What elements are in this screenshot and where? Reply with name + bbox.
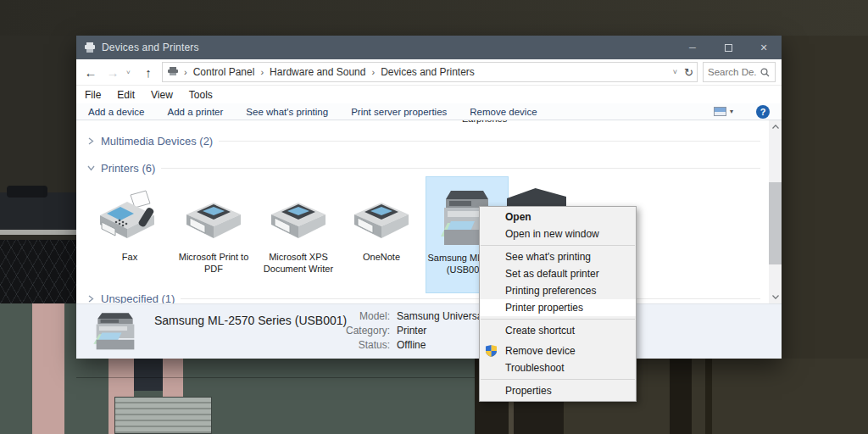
change-view-button[interactable]: ▾ xyxy=(714,107,733,116)
chevron-down-icon xyxy=(86,165,95,171)
printer-tiles: Fax Microsoft Print to PDF xyxy=(76,176,782,293)
section-printers[interactable]: Printers (6) xyxy=(86,162,760,175)
section-rule xyxy=(181,298,760,299)
context-menu-remove-device[interactable]: Remove device xyxy=(480,342,636,359)
add-a-device-button[interactable]: Add a device xyxy=(88,107,145,117)
menu-view[interactable]: View xyxy=(151,89,173,101)
context-menu-properties[interactable]: Properties xyxy=(480,382,636,399)
search-box[interactable] xyxy=(703,62,776,82)
scroll-down-icon[interactable] xyxy=(769,291,782,303)
menu-tools[interactable]: Tools xyxy=(189,89,213,101)
command-bar: Add a device Add a printer See what's pr… xyxy=(76,103,782,120)
tile-label: Fax xyxy=(122,251,137,263)
tile-label: Microsoft Print to PDF xyxy=(172,251,255,275)
context-menu-see-whats-printing[interactable]: See what's printing xyxy=(480,248,636,265)
wallpaper-post xyxy=(705,359,712,434)
section-label: Printers (6) xyxy=(101,162,155,175)
breadcrumb-separator: › xyxy=(182,67,189,77)
search-input[interactable] xyxy=(708,67,757,77)
remove-device-label: Remove device xyxy=(505,345,576,357)
scroll-up-icon[interactable] xyxy=(769,120,782,133)
breadcrumb-separator: › xyxy=(259,67,265,77)
window-title: Devices and Printers xyxy=(102,42,675,53)
status-label: Status: xyxy=(331,338,397,353)
recent-pages-dropdown[interactable]: ˅ xyxy=(126,69,135,76)
maximize-button[interactable] xyxy=(710,36,746,59)
details-pane: Samsung ML-2570 Series (USB001) Model: S… xyxy=(76,303,782,359)
model-label: Model: xyxy=(331,309,397,324)
printer-tile-xps-writer[interactable]: Microsoft XPS Document Writer xyxy=(257,176,340,293)
wallpaper-roller-door xyxy=(114,397,212,434)
print-server-properties-button[interactable]: Print server properties xyxy=(351,107,447,117)
view-mode-icon xyxy=(714,107,726,116)
address-bar[interactable]: › Control Panel › Hardware and Sound › D… xyxy=(162,62,698,82)
minimize-button[interactable]: ─ xyxy=(675,36,710,59)
menu-separator xyxy=(481,379,635,380)
scrollbar-thumb[interactable] xyxy=(769,182,782,264)
samsung-printer-icon xyxy=(92,310,141,359)
navigation-bar: ← → ˅ ↑ › Control Panel › Hardware and S… xyxy=(76,59,782,86)
printer-context-menu: Open Open in new window See what's print… xyxy=(479,206,637,402)
printer-icon xyxy=(178,181,249,251)
context-menu-troubleshoot[interactable]: Troubleshoot xyxy=(480,359,636,376)
breadcrumb-devices-and-printers[interactable]: Devices and Printers xyxy=(381,66,475,78)
chevron-right-icon xyxy=(86,295,95,303)
desktop: Devices and Printers ─ ✕ ← → ˅ ↑ › Contr… xyxy=(0,0,868,434)
maximize-icon xyxy=(725,44,732,52)
device-list-area: Earphones Multimedia Devices (2) Printer… xyxy=(76,120,782,303)
context-menu-open[interactable]: Open xyxy=(480,209,636,225)
address-dropdown-icon[interactable]: ˅ xyxy=(673,68,677,76)
back-button[interactable]: ← xyxy=(82,65,99,80)
menu-file[interactable]: File xyxy=(85,89,101,101)
devices-and-printers-window: Devices and Printers ─ ✕ ← → ˅ ↑ › Contr… xyxy=(76,36,782,359)
printer-tile-fax[interactable]: Fax xyxy=(88,176,171,293)
breadcrumb-hardware-and-sound[interactable]: Hardware and Sound xyxy=(270,66,365,78)
fax-icon xyxy=(93,181,166,251)
context-menu-create-shortcut[interactable]: Create shortcut xyxy=(480,322,636,339)
section-rule xyxy=(161,168,760,169)
add-a-printer-button[interactable]: Add a printer xyxy=(168,107,224,117)
category-label: Category: xyxy=(331,324,397,338)
printer-icon xyxy=(263,181,334,251)
wallpaper-dark-panel xyxy=(134,359,163,391)
breadcrumb-control-panel[interactable]: Control Panel xyxy=(193,66,255,78)
category-value: Printer xyxy=(397,324,426,338)
refresh-icon[interactable]: ↻ xyxy=(684,66,693,79)
menu-edit[interactable]: Edit xyxy=(117,89,135,101)
tile-label: OneNote xyxy=(363,251,400,263)
section-label: Multimedia Devices (2) xyxy=(101,135,213,147)
clipped-earphones-label: Earphones xyxy=(462,120,507,124)
context-menu-printing-preferences[interactable]: Printing preferences xyxy=(480,282,636,299)
menu-separator xyxy=(481,245,635,246)
device-name: Samsung ML-2570 Series (USB001) xyxy=(154,310,347,359)
section-label: Unspecified (1) xyxy=(101,292,175,303)
section-unspecified[interactable]: Unspecified (1) xyxy=(86,292,760,303)
printer-tile-print-to-pdf[interactable]: Microsoft Print to PDF xyxy=(172,176,255,293)
wallpaper-post xyxy=(670,359,692,434)
help-icon[interactable]: ? xyxy=(756,105,770,119)
context-menu-set-as-default-printer[interactable]: Set as default printer xyxy=(480,265,636,282)
title-bar[interactable]: Devices and Printers ─ ✕ xyxy=(76,36,782,59)
context-menu-printer-properties[interactable]: Printer properties xyxy=(480,299,636,316)
printer-app-icon xyxy=(84,42,96,53)
chevron-down-icon: ▾ xyxy=(730,108,733,115)
printer-tile-onenote[interactable]: OneNote xyxy=(340,176,423,293)
forward-button[interactable]: → xyxy=(104,65,121,80)
close-button[interactable]: ✕ xyxy=(746,36,782,59)
vertical-scrollbar[interactable] xyxy=(769,120,782,303)
location-icon xyxy=(168,66,178,78)
wallpaper-left-building xyxy=(0,36,76,434)
see-whats-printing-button[interactable]: See what's printing xyxy=(246,107,328,117)
up-button[interactable]: ↑ xyxy=(140,65,157,80)
wallpaper-right xyxy=(782,36,868,359)
section-multimedia-devices[interactable]: Multimedia Devices (2) xyxy=(86,135,760,147)
wallpaper-seam xyxy=(76,377,475,378)
breadcrumb-separator: › xyxy=(370,67,376,77)
section-rule xyxy=(219,141,760,142)
wallpaper-bottom-building xyxy=(76,359,868,434)
menu-bar: File Edit View Tools xyxy=(76,86,782,103)
context-menu-open-in-new-window[interactable]: Open in new window xyxy=(480,225,636,242)
scrollbar-track[interactable] xyxy=(769,133,782,291)
remove-device-button[interactable]: Remove device xyxy=(470,107,537,117)
wallpaper-sky xyxy=(0,0,868,36)
